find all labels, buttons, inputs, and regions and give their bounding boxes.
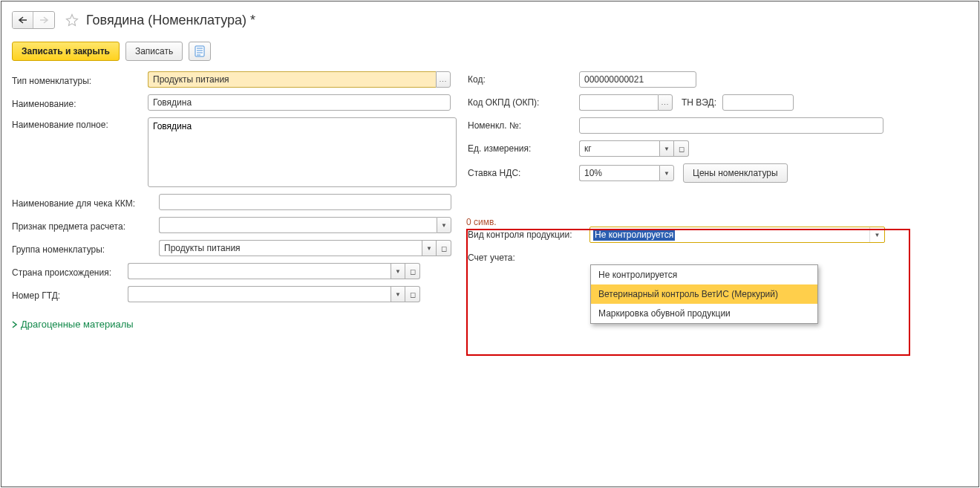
code-label: Код:	[468, 74, 579, 85]
name-label: Наименование:	[12, 97, 148, 109]
unit-label: Ед. измерения:	[468, 143, 579, 154]
nav-buttons	[12, 11, 55, 29]
report-button[interactable]	[189, 42, 211, 61]
precious-materials-label: Драгоценные материалы	[21, 319, 134, 330]
okpd-field[interactable]	[579, 94, 658, 111]
back-button[interactable]	[13, 12, 33, 28]
forward-button[interactable]	[33, 12, 54, 28]
control-option[interactable]: Маркировка обувной продукции	[591, 304, 817, 323]
prices-button[interactable]: Цены номенклатуры	[683, 163, 788, 183]
gtd-label: Номер ГТД:	[12, 288, 128, 301]
control-option[interactable]: Не контролируется	[591, 265, 817, 284]
unit-open-button[interactable]: ◻	[674, 140, 689, 157]
unit-dropdown-button[interactable]: ▼	[659, 140, 674, 157]
group-field[interactable]: Продукты питания	[159, 240, 422, 256]
page-title: Говядина (Номенклатура) *	[86, 13, 255, 28]
origin-field[interactable]	[128, 263, 391, 279]
okpd-select-button[interactable]: ...	[658, 94, 673, 111]
calc-subject-label: Признак предмета расчета:	[12, 219, 159, 232]
kkm-field[interactable]	[159, 194, 451, 210]
calc-subject-dropdown-button[interactable]: ▼	[437, 217, 451, 233]
vat-label: Ставка НДС:	[468, 168, 579, 178]
save-button[interactable]: Записать	[125, 42, 183, 61]
control-type-value: Не контролируется	[593, 229, 675, 241]
origin-open-button[interactable]: ◻	[405, 263, 420, 279]
save-close-button[interactable]: Записать и закрыть	[12, 42, 120, 61]
control-type-combo[interactable]: Не контролируется ▼	[589, 227, 885, 243]
control-dropdown-button[interactable]: ▼	[869, 227, 884, 242]
fullname-label: Наименование полное:	[12, 117, 148, 130]
okpd-label: Код ОКПД (ОКП):	[468, 97, 579, 108]
code-field[interactable]: 000000000021	[579, 71, 696, 88]
origin-dropdown-button[interactable]: ▼	[391, 263, 405, 279]
nomno-label: Номенкл. №:	[468, 120, 579, 131]
favorite-icon[interactable]	[65, 13, 79, 27]
tnved-label: ТН ВЭД:	[682, 97, 716, 108]
kkm-char-count: 0 симв.	[466, 217, 497, 227]
kkm-label: Наименование для чека ККМ:	[12, 196, 159, 209]
gtd-field[interactable]	[128, 286, 391, 302]
type-select-button[interactable]: ...	[436, 71, 451, 88]
vat-dropdown-button[interactable]: ▼	[659, 165, 674, 181]
control-option[interactable]: Ветеринарный контроль ВетИС (Меркурий)	[591, 284, 817, 304]
precious-materials-link[interactable]: Драгоценные материалы	[12, 319, 457, 330]
type-field[interactable]: Продукты питания	[148, 71, 436, 88]
group-dropdown-button[interactable]: ▼	[422, 240, 437, 256]
vat-field[interactable]: 10%	[579, 165, 659, 181]
control-dropdown-list: Не контролируется Ветеринарный контроль …	[590, 264, 818, 324]
fullname-field[interactable]	[148, 117, 457, 187]
tnved-field[interactable]	[722, 94, 794, 111]
nomno-field[interactable]	[579, 117, 883, 134]
calc-subject-field[interactable]	[159, 217, 437, 233]
name-field[interactable]: Говядина	[148, 94, 451, 111]
group-open-button[interactable]: ◻	[437, 240, 451, 256]
group-label: Группа номенклатуры:	[12, 242, 159, 255]
gtd-dropdown-button[interactable]: ▼	[391, 286, 405, 302]
unit-field[interactable]: кг	[579, 140, 659, 157]
control-label: Вид контроля продукции:	[468, 230, 589, 240]
type-label: Тип номенклатуры:	[12, 74, 148, 86]
gtd-open-button[interactable]: ◻	[405, 286, 420, 302]
origin-label: Страна происхождения:	[12, 265, 128, 278]
account-label: Счет учета:	[468, 253, 589, 263]
